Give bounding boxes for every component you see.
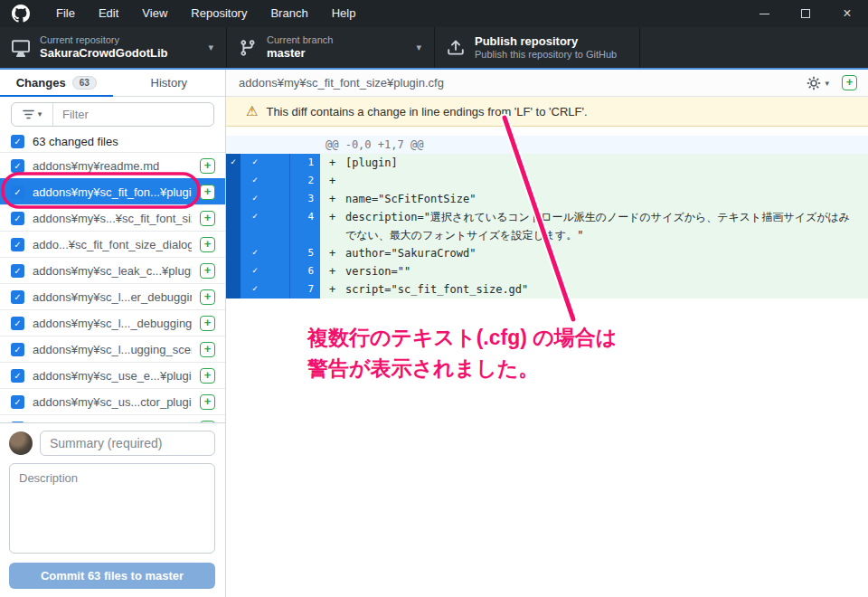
menu-file[interactable]: File [44, 0, 87, 27]
minimize-button[interactable] [743, 0, 785, 27]
line-checkbox[interactable]: ✓ [241, 280, 289, 298]
summary-input[interactable]: Summary (required) [40, 431, 215, 456]
file-row[interactable]: ✓ addons¥my¥sc_l...ugging_scene.gd + [0, 336, 225, 362]
github-desktop-window: File Edit View Repository Branch Help × … [0, 0, 868, 597]
line-checkbox[interactable]: ✓ [241, 244, 289, 262]
publish-repository-button[interactable]: Publish repository Publish this reposito… [434, 27, 640, 68]
diff-line[interactable]: ✓ 3 +name="ScFitFontSize" [226, 190, 868, 208]
file-row[interactable]: ✓ addons¥my¥sc_l...er_debugging.gd + [0, 283, 225, 309]
select-all-checkbox[interactable]: ✓ [11, 135, 24, 148]
line-checkbox[interactable]: ✓ [241, 208, 289, 244]
diff-options-button[interactable]: ▾ [805, 74, 831, 92]
hunk-select-gutter[interactable] [226, 172, 241, 190]
maximize-button[interactable] [785, 0, 826, 27]
file-checkbox[interactable]: ✓ [11, 264, 24, 278]
line-checkbox[interactable]: ✓ [241, 190, 289, 208]
diff-body: @@ -0,0 +1,7 @@ ✓ ✓ 1 +[plugin] ✓ 2 + ✓ … [226, 136, 868, 298]
menu-edit[interactable]: Edit [87, 0, 130, 27]
chevron-down-icon: ▾ [825, 79, 829, 88]
line-number: 4 [289, 208, 320, 244]
diff-line[interactable]: ✓ 7 +script="sc_fit_font_size.gd" [226, 280, 868, 298]
line-checkbox[interactable]: ✓ [241, 262, 289, 280]
file-checkbox[interactable]: ✓ [11, 159, 24, 173]
diff-sign: + [320, 190, 345, 208]
diff-line[interactable]: ✓ 5 +author="SakuraCrowd" [226, 244, 868, 262]
file-row[interactable]: ✓ addo...¥sc_fit_font_size_dialog.tscn + [0, 231, 225, 257]
file-row[interactable]: ✓ addons¥my¥s...¥sc_fit_font_size.gd + [0, 204, 225, 231]
hunk-select-gutter[interactable] [226, 280, 241, 298]
tab-history[interactable]: History [113, 70, 226, 96]
commit-button[interactable]: Commit 63 files to master [9, 563, 215, 589]
diff-code: [plugin] [345, 154, 868, 172]
hunk-select-gutter[interactable] [226, 244, 241, 262]
diff-sign: + [320, 172, 345, 190]
current-repository-dropdown[interactable]: Current repository SakuraCrowdGodotLib ▾ [0, 27, 226, 68]
publish-text: Publish repository Publish this reposito… [475, 34, 617, 62]
diff-sign: + [320, 280, 345, 298]
diff-line[interactable]: ✓ 2 + [226, 172, 868, 190]
repository-label: Current repository [40, 34, 168, 47]
branch-icon [239, 39, 257, 57]
file-row[interactable]: ✓ addons¥my¥sc_use_e...¥plugin.cfg + [0, 362, 225, 388]
file-checkbox[interactable]: ✓ [11, 343, 24, 356]
file-row[interactable]: ✓ addons¥my¥sc_us...ctor_plugins.gd + [0, 388, 225, 414]
hunk-select-gutter[interactable] [226, 262, 241, 280]
current-branch-dropdown[interactable]: Current branch master ▾ [226, 27, 434, 68]
line-checkbox[interactable]: ✓ [241, 172, 289, 190]
menu-help[interactable]: Help [320, 0, 368, 27]
diff-code: version="" [345, 262, 868, 280]
line-number: 2 [289, 172, 320, 190]
publish-title: Publish repository [475, 34, 617, 49]
filter-row: ▾ Filter [0, 97, 225, 131]
file-row-clipped[interactable]: ✓ + [0, 414, 225, 422]
add-to-gitignore-button[interactable]: + [200, 263, 215, 279]
file-row[interactable]: ✓ addons¥my¥sc_l..._debugging.tscn + [0, 309, 225, 336]
chevron-down-icon: ▾ [38, 109, 42, 118]
hunk-select-gutter[interactable]: ✓ [226, 154, 241, 172]
line-checkbox[interactable]: ✓ [241, 154, 289, 172]
line-number: 6 [289, 262, 320, 280]
file-checkbox[interactable]: ✓ [11, 238, 24, 251]
expand-diff-button[interactable]: + [842, 75, 857, 90]
file-row[interactable]: ✓ addons¥my¥sc_leak_c...¥plugin.cfg + [0, 257, 225, 283]
close-button[interactable]: × [826, 0, 868, 27]
window-controls: × [743, 0, 868, 27]
file-checkbox[interactable]: ✓ [11, 369, 24, 383]
file-row-selected[interactable]: ✓ addons¥my¥sc_fit_fon...¥plugin.cfg + [0, 178, 225, 204]
filter-options-button[interactable]: ▾ [12, 103, 53, 126]
menu-branch[interactable]: Branch [259, 0, 319, 27]
file-row[interactable]: ✓ addons¥my¥readme.md + [0, 152, 225, 178]
line-number: 7 [289, 280, 320, 298]
menu-repository[interactable]: Repository [179, 0, 259, 27]
filter-input[interactable]: Filter [53, 108, 89, 121]
diff-sign: + [320, 244, 345, 262]
description-textarea[interactable]: Description [9, 463, 215, 554]
file-checkbox[interactable]: ✓ [11, 212, 24, 225]
diff-line[interactable]: ✓ ✓ 1 +[plugin] [226, 154, 868, 172]
add-to-gitignore-button[interactable]: + [200, 394, 215, 410]
menu-view[interactable]: View [130, 0, 179, 27]
file-checkbox[interactable]: ✓ [11, 395, 24, 409]
add-to-gitignore-button[interactable]: + [200, 316, 215, 331]
close-icon: × [843, 5, 851, 22]
file-checkbox[interactable]: ✓ [11, 317, 24, 330]
line-number: 1 [289, 154, 320, 172]
diff-code: author="SakuraCrowd" [345, 244, 868, 262]
hunk-select-gutter[interactable] [226, 190, 241, 208]
add-to-gitignore-button[interactable]: + [200, 211, 215, 226]
add-to-gitignore-button[interactable]: + [200, 158, 215, 174]
diff-line[interactable]: ✓ 6 +version="" [226, 262, 868, 280]
add-to-gitignore-button[interactable]: + [200, 342, 215, 357]
file-checkbox[interactable]: ✓ [11, 290, 24, 304]
file-list: ✓ addons¥my¥readme.md + ✓ addons¥my¥sc_f… [0, 152, 225, 422]
add-to-gitignore-button[interactable]: + [200, 368, 215, 384]
diff-file-path: addons¥my¥sc_fit_font_size¥plugin.cfg [239, 76, 444, 90]
file-name: addons¥my¥sc_l...er_debugging.gd [33, 290, 192, 304]
file-checkbox[interactable]: ✓ [11, 185, 24, 199]
diff-line[interactable]: ✓ 4 +description="選択されているコントロール派生のノードのサイ… [226, 208, 868, 244]
add-to-gitignore-button[interactable]: + [200, 289, 215, 305]
add-to-gitignore-button[interactable]: + [200, 185, 215, 200]
add-to-gitignore-button[interactable]: + [200, 237, 215, 252]
hunk-select-gutter[interactable] [226, 208, 241, 244]
tab-changes[interactable]: Changes 63 [0, 70, 113, 96]
